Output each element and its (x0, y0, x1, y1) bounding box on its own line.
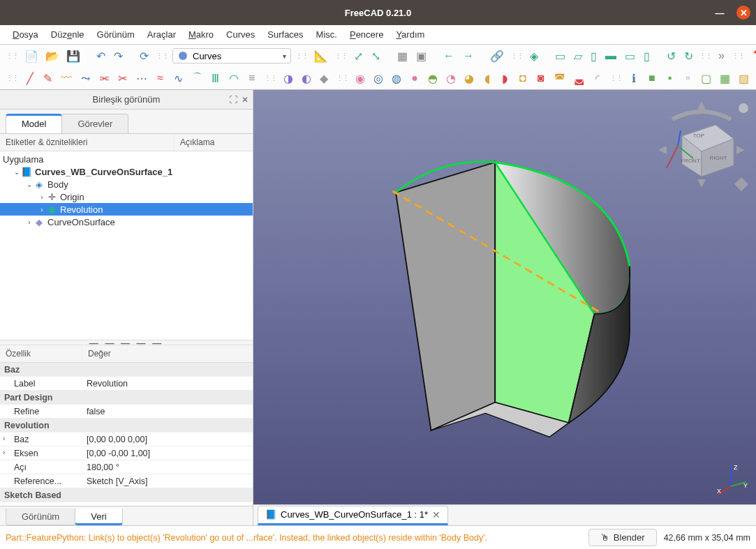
rotate-left-icon[interactable]: ↺ (667, 50, 676, 62)
surf-tool-3-icon[interactable]: ◍ (392, 72, 401, 84)
save-file-icon[interactable]: 💾 (67, 50, 80, 62)
curve-approximate-icon[interactable]: ≈ (156, 72, 165, 84)
close-button[interactable]: ✕ (736, 6, 750, 20)
solid-4-icon[interactable]: ▢ (701, 72, 711, 84)
tree-curveonsurface[interactable]: › ◆ CurveOnSurface (0, 216, 253, 228)
solid-3-icon[interactable]: ▫ (683, 72, 692, 84)
surf-tool-2-icon[interactable]: ◎ (373, 72, 383, 84)
collapse-icon[interactable]: ⌄ (13, 168, 21, 176)
overflow-icon[interactable]: » (718, 50, 725, 62)
surf-tool-1-icon[interactable]: ◉ (355, 72, 365, 84)
navigation-cube[interactable]: TOP FRONT RIGHT (653, 96, 750, 193)
nav-back-icon[interactable]: ← (443, 50, 454, 62)
tree-app[interactable]: Uygulama (0, 153, 253, 165)
expand-icon[interactable]: › (25, 218, 34, 226)
curve-join-icon[interactable]: ⫘ (98, 72, 110, 84)
curve-blend-icon[interactable]: ⌒ (191, 72, 202, 84)
grip-icon[interactable]: ⋮⋮ (510, 52, 523, 61)
top-view-icon[interactable]: ▱ (574, 50, 582, 62)
surf-tool-13-icon[interactable]: ◛ (574, 72, 585, 84)
fit-all-icon[interactable]: ⤢ (354, 50, 363, 62)
menu-help[interactable]: Yardım (390, 27, 430, 42)
curve-interpolate-icon[interactable]: ∿ (173, 72, 183, 84)
expand-icon[interactable]: › (3, 435, 5, 442)
grip-icon[interactable]: ⋮⋮ (699, 52, 711, 61)
grip-icon[interactable]: ⋮⋮ (156, 52, 168, 61)
surf-tool-14-icon[interactable]: ◜ (593, 72, 603, 84)
curve-mixed-icon[interactable]: 〰 (61, 72, 72, 84)
curve-comb-icon[interactable]: Ⅲ (211, 72, 221, 84)
menu-edit[interactable]: Düzenle (45, 27, 90, 42)
tab-model[interactable]: Model (6, 114, 62, 133)
curve-edit-icon[interactable]: ✎ (43, 72, 53, 84)
iso-view-icon[interactable]: ◈ (530, 50, 538, 62)
surface-zebra-icon[interactable]: ◑ (283, 72, 293, 84)
grip-icon[interactable]: ⋮⋮ (264, 74, 276, 83)
expand-icon[interactable]: › (38, 206, 46, 213)
menu-view[interactable]: Görünüm (91, 27, 140, 42)
nav-style-button[interactable]: 🖱 Blender (588, 529, 657, 546)
right-view-icon[interactable]: ▯ (591, 50, 597, 62)
tree-document[interactable]: ⌄ 📘 Curves_WB_CurveOnSurface_1 (0, 165, 253, 178)
surf-tool-5-icon[interactable]: ◓ (428, 72, 438, 84)
grid-icon[interactable]: ▦ (720, 72, 730, 84)
menu-macro[interactable]: Makro (183, 27, 219, 42)
tab-view[interactable]: Görünüm (6, 509, 75, 525)
grip-icon[interactable]: ⋮⋮ (732, 52, 744, 61)
tree-revolution[interactable]: › ◉ Revolution (0, 203, 253, 216)
solid-2-icon[interactable]: ▪ (665, 72, 675, 84)
curve-line-icon[interactable]: ╱ (25, 72, 35, 84)
bottom-view-icon[interactable]: ▭ (625, 50, 635, 62)
surf-tool-9-icon[interactable]: ◗ (501, 72, 510, 84)
tree-body[interactable]: ⌄ ◈ Body (0, 178, 253, 190)
grip-icon[interactable]: ⋮⋮ (609, 74, 622, 83)
close-tab-icon[interactable]: ✕ (432, 509, 440, 520)
panel-close-icon[interactable]: ✕ (242, 95, 249, 105)
prop-label[interactable]: Label Revolution (0, 377, 253, 391)
menu-curves[interactable]: Curves (221, 27, 260, 42)
curve-onsurface-icon[interactable]: ◠ (229, 72, 239, 84)
undo-icon[interactable]: ↶ (96, 50, 105, 62)
splitter-handle[interactable]: — — — — — (0, 340, 253, 345)
zebra-icon[interactable]: ≡ (247, 72, 257, 84)
document-tab[interactable]: 📘 Curves_WB_CurveOnSurface_1 : 1* ✕ (258, 506, 448, 525)
curve-extend-icon[interactable]: ⤳ (80, 72, 90, 84)
surf-tool-10-icon[interactable]: ◘ (518, 72, 528, 84)
curve-discretize-icon[interactable]: ⋯ (136, 72, 147, 84)
prop-reference[interactable]: Reference... Sketch [V_Axis] (0, 474, 253, 488)
surface-trim-icon[interactable]: ◐ (302, 72, 311, 84)
solid-1-icon[interactable]: ■ (647, 72, 657, 84)
property-body[interactable]: Baz Label Revolution Part Design Refine … (0, 363, 253, 506)
surf-tool-12-icon[interactable]: ◚ (554, 72, 565, 84)
info-icon[interactable]: ℹ (629, 72, 639, 84)
redo-icon[interactable]: ↷ (114, 50, 123, 62)
3d-viewport[interactable]: TOP FRONT RIGHT Z Y X (253, 90, 756, 525)
prop-refine[interactable]: Refine false (0, 405, 253, 419)
draw-style-icon[interactable]: ▦ (397, 50, 408, 62)
surface-isocurve-icon[interactable]: ◆ (320, 72, 329, 84)
front-view-icon[interactable]: ▭ (555, 50, 565, 62)
menu-windows[interactable]: Pencere (344, 27, 389, 42)
rotate-right-icon[interactable]: ↻ (684, 50, 693, 62)
surf-tool-4-icon[interactable]: ● (410, 72, 420, 84)
measure-icon[interactable]: 📐 (315, 50, 327, 62)
expand-icon[interactable]: › (3, 449, 5, 456)
surf-tool-6-icon[interactable]: ◔ (446, 72, 456, 84)
fit-selection-icon[interactable]: ⤡ (371, 50, 380, 62)
prop-baz[interactable]: ›Baz [0,00 0,00 0,00] (0, 433, 253, 446)
minimize-button[interactable]: — (713, 6, 727, 20)
new-file-icon[interactable]: 📄 (25, 50, 38, 62)
open-file-icon[interactable]: 📂 (46, 50, 59, 62)
tab-tasks[interactable]: Görevler (61, 114, 128, 133)
rear-view-icon[interactable]: ▬ (605, 50, 616, 62)
refresh-icon[interactable]: ⟳ (140, 50, 149, 62)
tab-data[interactable]: Veri (75, 509, 122, 525)
nav-forward-icon[interactable]: → (463, 50, 474, 62)
grip-icon[interactable]: ⋮⋮ (336, 74, 348, 83)
collapse-icon[interactable]: ⌄ (25, 181, 34, 188)
link-icon[interactable]: 🔗 (491, 50, 503, 62)
curve-split-icon[interactable]: ✂ (118, 72, 128, 84)
tree-origin[interactable]: › ✛ Origin (0, 190, 253, 203)
whats-this-icon[interactable]: ❓ (751, 50, 756, 62)
menu-tools[interactable]: Araçlar (142, 27, 181, 42)
